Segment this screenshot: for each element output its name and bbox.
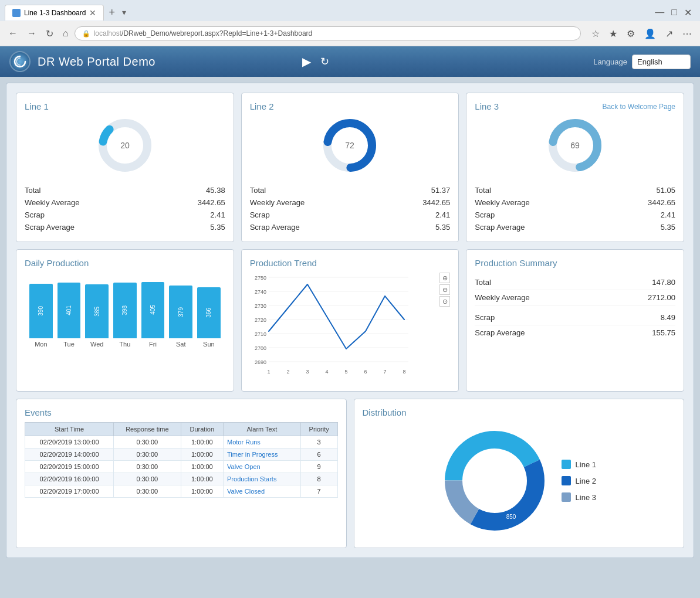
bookmark-list-button[interactable]: ☆ xyxy=(588,27,603,40)
cell-priority: 3 xyxy=(300,436,337,448)
trend-svg: 2750 2740 2730 2720 2710 2700 2690 xyxy=(250,273,420,381)
line2-donut-value: 72 xyxy=(346,141,355,150)
summary-scrap-label: Scrap xyxy=(475,313,495,322)
cell-response: 0:30:00 xyxy=(114,448,181,461)
middle-row: Daily Production 390 Mon 401 Tue 385 Wed… xyxy=(16,249,684,392)
active-tab[interactable]: Line 1-3 Dashboard ✕ xyxy=(5,5,104,21)
reload-button[interactable]: ↻ xyxy=(42,27,57,40)
profile-button[interactable]: 👤 xyxy=(641,27,660,40)
zoom-out-button[interactable]: ⊖ xyxy=(439,284,450,295)
line2-title: Line 2 xyxy=(250,101,274,111)
bars-area: 390 Mon 401 Tue 385 Wed 398 Thu 405 Fri … xyxy=(25,277,225,348)
production-trend-card: Production Trend ⊕ ⊖ ⊙ 2750 2740 2730 27… xyxy=(241,249,459,392)
bar-day-label: Sat xyxy=(176,341,186,348)
events-header-row: Start Time Response time Duration Alarm … xyxy=(25,423,338,436)
line3-scrap-row: Scrap 2.41 xyxy=(475,209,675,221)
extensions-button[interactable]: ⚙ xyxy=(623,27,638,40)
line1-scrapavg-row: Scrap Average 5.35 xyxy=(25,221,225,233)
refresh-button[interactable]: ↻ xyxy=(316,53,334,70)
bar: 385 xyxy=(85,284,109,338)
new-tab-button[interactable]: + xyxy=(104,6,120,19)
summary-total-label: Total xyxy=(475,278,491,287)
line3-scrap-label: Scrap xyxy=(475,210,495,219)
col-priority: Priority xyxy=(300,423,337,436)
cell-duration: 1:00:00 xyxy=(181,436,223,448)
cell-response: 0:30:00 xyxy=(114,461,181,473)
bar: 398 xyxy=(113,283,137,338)
bar-value-label: 379 xyxy=(178,305,184,320)
close-button[interactable]: ✕ xyxy=(681,6,695,19)
svg-text:2750: 2750 xyxy=(255,275,266,281)
app-title: DR Web Portal Demo xyxy=(38,55,297,69)
bar-day-label: Tue xyxy=(63,341,75,348)
bar: 401 xyxy=(58,283,81,338)
minimize-button[interactable]: — xyxy=(651,6,668,19)
bar-value-label: 401 xyxy=(66,303,72,318)
legend-line1-color xyxy=(562,460,571,469)
events-table-body: 02/20/2019 13:00:00 0:30:00 1:00:00 Moto… xyxy=(25,436,338,498)
summary-scrapavg-value: 155.75 xyxy=(652,328,675,337)
table-row: 02/20/2019 17:00:00 0:30:00 1:00:00 Valv… xyxy=(25,485,338,498)
line3-weekly-value: 3442.65 xyxy=(648,198,675,207)
line2-stats: Total 51.37 Weekly Average 3442.65 Scrap… xyxy=(250,184,451,233)
line2-weekly-row: Weekly Average 3442.65 xyxy=(250,196,451,209)
play-button[interactable]: ▶ xyxy=(297,52,316,71)
cell-priority: 7 xyxy=(300,485,337,498)
daily-production-title: Daily Production xyxy=(25,258,225,268)
back-to-welcome-link[interactable]: Back to Welcome Page xyxy=(602,103,675,111)
line1-weekly-label: Weekly Average xyxy=(25,198,79,207)
bar-value-label: 405 xyxy=(150,303,156,317)
line2-scrapavg-label: Scrap Average xyxy=(250,223,300,232)
events-table: Start Time Response time Duration Alarm … xyxy=(25,422,338,498)
language-select[interactable]: English xyxy=(632,55,691,69)
events-card: Events Start Time Response time Duration… xyxy=(16,399,347,548)
cell-priority: 9 xyxy=(300,461,337,473)
bar-day-label: Sun xyxy=(203,341,215,348)
line3-scrap-value: 2.41 xyxy=(661,210,675,219)
line1-scrapavg-value: 5.35 xyxy=(210,223,225,232)
maximize-button[interactable]: □ xyxy=(668,6,681,19)
line3-donut-value: 69 xyxy=(570,141,580,150)
production-summary-title: Production Summary xyxy=(475,258,675,268)
tab-list-button[interactable]: ▾ xyxy=(120,8,128,17)
home-button[interactable]: ⌂ xyxy=(59,27,72,40)
app-logo xyxy=(9,51,31,72)
language-section: Language English xyxy=(593,55,691,69)
bar: 390 xyxy=(29,284,53,338)
tab-close-button[interactable]: ✕ xyxy=(89,8,96,18)
svg-text:3: 3 xyxy=(306,369,309,375)
line3-total-label: Total xyxy=(475,186,491,195)
zoom-in-button[interactable]: ⊕ xyxy=(439,273,450,283)
distribution-legend: Line 1 Line 2 Line 3 xyxy=(562,460,596,502)
legend-line3: Line 3 xyxy=(562,492,596,502)
svg-text:2720: 2720 xyxy=(255,317,266,323)
forward-button[interactable]: → xyxy=(23,27,40,40)
table-row: 02/20/2019 15:00:00 0:30:00 1:00:00 Valv… xyxy=(25,461,338,473)
bar-value-label: 398 xyxy=(121,303,128,318)
summary-scrapavg-row: Scrap Average 155.75 xyxy=(475,325,675,340)
cell-alarm: Valve Closed xyxy=(224,485,301,498)
star-button[interactable]: ★ xyxy=(606,27,621,40)
line2-weekly-value: 3442.65 xyxy=(422,198,450,207)
line1-total-value: 45.38 xyxy=(206,186,225,195)
browser-chrome: Line 1-3 Dashboard ✕ + ▾ — □ ✕ ← → ↻ ⌂ 🔒… xyxy=(0,0,700,46)
cell-duration: 1:00:00 xyxy=(181,448,223,461)
bar-item: 390 Mon xyxy=(29,284,53,348)
svg-text:1: 1 xyxy=(267,369,270,375)
url-bar[interactable]: 🔒 localhost/DRweb_Demo/webreport.aspx?Re… xyxy=(75,26,581,40)
table-row: 02/20/2019 14:00:00 0:30:00 1:00:00 Time… xyxy=(25,448,338,461)
zoom-reset-button[interactable]: ⊙ xyxy=(439,296,450,307)
line3-scrapavg-value: 5.35 xyxy=(661,223,675,232)
events-table-header: Start Time Response time Duration Alarm … xyxy=(25,423,338,436)
tab-title: Line 1-3 Dashboard xyxy=(24,9,86,17)
line3-weekly-row: Weekly Average 3442.65 xyxy=(475,196,675,209)
back-button[interactable]: ← xyxy=(5,27,21,40)
line1-donut-chart: 20 xyxy=(96,116,154,175)
table-row: 02/20/2019 16:00:00 0:30:00 1:00:00 Prod… xyxy=(25,473,338,485)
menu-button[interactable]: ⋯ xyxy=(679,27,695,40)
app-bar: DR Web Portal Demo ▶ ↻ Language English xyxy=(0,46,700,77)
bar-value-label: 390 xyxy=(38,304,44,318)
share-button[interactable]: ↗ xyxy=(662,27,677,40)
cell-start-time: 02/20/2019 15:00:00 xyxy=(25,461,114,473)
line2-scrap-row: Scrap 2.41 xyxy=(250,209,451,221)
